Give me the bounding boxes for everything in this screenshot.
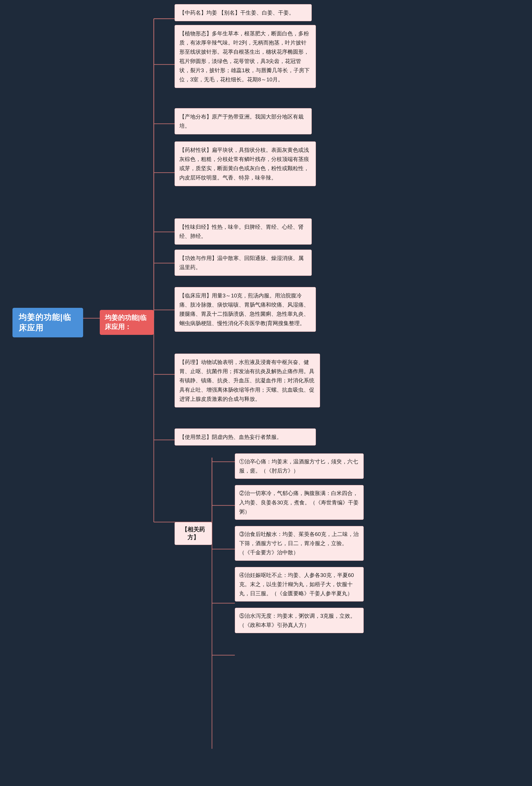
box-chandi: 【产地分布】原产于热带亚洲。我国大部分地区有栽培。 (174, 108, 312, 134)
formula-item-1: ①治卒心痛：均姜末，温酒服方寸匕，须臾，六七服，瘥。（《肘后方》） (235, 454, 364, 479)
formula-label: 【相关药方】 (174, 522, 212, 545)
box-yaocai: 【药材性状】扁平块状，具指状分枝。表面灰黄色或浅灰棕色，粗糙，分枝处常有鳞叶残存… (174, 141, 316, 186)
box-yaoli: 【药理】动物试验表明，水煎液及浸膏有中枢兴奋、健胃、止呕、抗菌作用；挥发油有抗炎… (174, 353, 320, 408)
formula-boxes: ①治卒心痛：均姜末，温酒服方寸匕，须臾，六七服，瘥。（《肘后方》） ②治一切寒冷… (235, 454, 364, 639)
sub-central-node: 均姜的功能|临床应用： (100, 310, 154, 335)
central-label: 均姜的功能|临床应用 (19, 312, 77, 333)
box-gongxiao: 【功效与作用】温中散寒、回阳通脉、燥湿消痰。属温里药。 (174, 250, 312, 276)
box-linchuang: 【临床应用】用量3～10克，煎汤内服。用治脘腹冷痛、肢冷脉微、痰饮喘咳、胃肠气痛… (174, 287, 316, 332)
box-jinyong: 【使用禁忌】阴虚内热、血热妄行者禁服。 (174, 429, 316, 445)
sub-central-label: 均姜的功能|临床应用： (105, 313, 149, 331)
central-node: 均姜的功能|临床应用 (13, 308, 83, 337)
mind-map-container: 均姜的功能|临床应用 均姜的功能|临床应用： 【中药名】均姜 【别名】干生姜、白… (0, 0, 532, 786)
formula-item-3: ③治食后吐酸水：均姜、茱萸各60克，上二味，治下筛，酒服方寸匕，日二，胃冷服之，… (235, 526, 364, 561)
box-zhiwu: 【植物形态】多年生草本，根茎肥大，断面白色，多粉质，有浓厚辛辣气味。叶2列，无柄… (174, 25, 316, 88)
box-zhongyao: 【中药名】均姜 【别名】干生姜、白姜、干姜。 (174, 4, 312, 21)
formula-item-5: ⑤治水泻无度：均姜末，粥饮调，3克服，立效。（《政和本草》引孙真人方） (235, 608, 364, 633)
formula-item-2: ②治一切寒冷，气郁心痛，胸腹胀满：白米四合，入均姜、良姜各30克，煮食。（《寿世… (235, 485, 364, 520)
box-xingwei: 【性味归经】性热，味辛。归脾经、胃经、心经、肾经、肺经。 (174, 218, 312, 245)
formula-item-4: ④治妊娠呕吐不止：均姜、人参各30克，半夏60克。末之，以生姜汁糊为丸，如梧子大… (235, 567, 364, 602)
